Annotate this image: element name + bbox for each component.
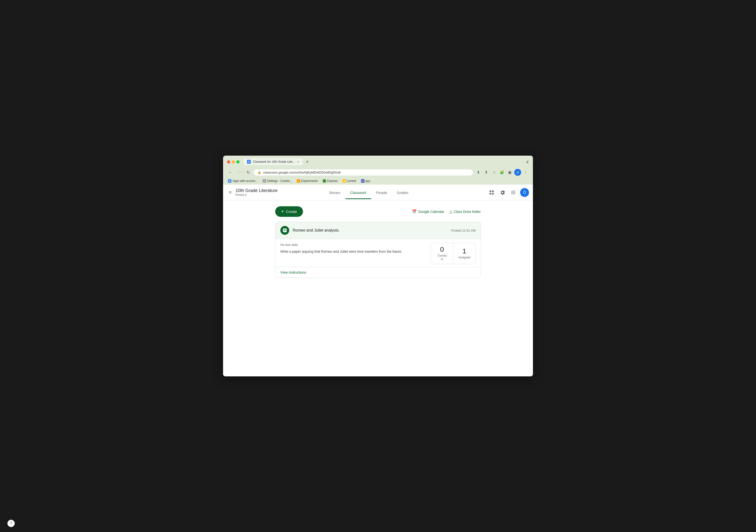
assignment-posted: Posted 11:51 AM <box>451 228 476 232</box>
svg-point-8 <box>513 192 514 193</box>
hamburger-menu-button[interactable]: ≡ <box>227 188 234 197</box>
svg-point-4 <box>512 191 513 192</box>
google-calendar-link[interactable]: 📅 Google Calendar <box>412 209 445 214</box>
calendar-link-label: Google Calendar <box>418 210 445 214</box>
card-body: No due date Write a paper arguing that R… <box>276 239 480 267</box>
class-drive-folder-link[interactable]: △ Class Drive folder <box>449 209 481 214</box>
tab-people[interactable]: People <box>371 186 392 199</box>
calendar-icon: 📅 <box>412 209 417 214</box>
bookmark-api-favicon: API <box>361 179 364 183</box>
address-bar-actions: ⬇ ⬆ ☆ 🧩 ▣ D ⋮ <box>475 169 529 176</box>
create-plus-icon: + <box>281 209 284 214</box>
sidebar-icon[interactable]: ▣ <box>506 169 513 176</box>
create-button[interactable]: + Create <box>275 206 303 217</box>
main-content: + Create 📅 Google Calendar △ Class Drive… <box>267 200 489 284</box>
url-text: classroom.google.com/u/0/w/NjEyMDI4ODIxM… <box>263 171 340 174</box>
app-logo-area: 10th Grade Literature Period 3 <box>236 188 278 197</box>
bookmark-api[interactable]: API gcp <box>360 179 371 183</box>
browser-menu-icon[interactable]: ⋮ <box>522 169 529 176</box>
bookmark-apps[interactable]: G Apps with access... <box>227 179 259 183</box>
assignment-card: Romeo and Juliet analysis. Posted 11:51 … <box>275 222 481 278</box>
new-tab-button[interactable]: + <box>304 158 311 166</box>
create-label: Create <box>286 209 297 214</box>
window-menu-button[interactable]: ∨ <box>526 159 529 165</box>
svg-point-5 <box>513 191 514 192</box>
bookmarks-bar: G Apps with access... ⚙ Settings - Cooki… <box>223 178 533 185</box>
assignment-description: Write a paper arguing that Romeo and Jul… <box>280 249 431 254</box>
top-actions: + Create 📅 Google Calendar △ Class Drive… <box>275 206 481 217</box>
bookmark-current-favicon: 📁 <box>342 179 346 183</box>
top-links: 📅 Google Calendar △ Class Drive folder <box>412 209 481 214</box>
forward-button[interactable]: → <box>236 169 243 176</box>
turned-in-count: 0 <box>436 246 448 253</box>
apps-icon[interactable] <box>508 188 518 198</box>
download-icon[interactable]: ⬇ <box>475 169 482 176</box>
card-stats: 0 Turned in 1 Assigned <box>431 243 476 264</box>
close-window-button[interactable] <box>227 160 230 164</box>
minimize-window-button[interactable] <box>232 160 235 164</box>
drive-icon: △ <box>449 209 452 214</box>
bookmark-apps-favicon: G <box>228 179 231 183</box>
bookmark-experiments[interactable]: ▲ Experiments <box>296 179 319 183</box>
svg-point-9 <box>514 192 515 193</box>
tab-favicon: C <box>247 160 251 164</box>
card-header-left: Romeo and Juliet analysis. <box>280 226 339 235</box>
svg-point-10 <box>512 193 513 194</box>
bookmark-apps-label: Apps with access... <box>232 179 258 183</box>
card-body-left: No due date Write a paper arguing that R… <box>280 243 431 254</box>
tab-classwork[interactable]: Classwork <box>345 186 371 199</box>
turned-in-stat: 0 Turned in <box>431 243 453 264</box>
browser-user-avatar[interactable]: D <box>514 169 521 176</box>
url-bar[interactable]: 🔒 classroom.google.com/u/0/w/NjEyMDI4ODI… <box>254 170 473 175</box>
address-bar: ← → ↻ 🔒 classroom.google.com/u/0/w/NjEyM… <box>223 168 533 178</box>
app-content: ≡ 10th Grade Literature Period 3 Stream … <box>223 185 533 376</box>
svg-rect-1 <box>492 190 494 192</box>
lock-icon: 🔒 <box>257 171 261 174</box>
star-icon[interactable]: ☆ <box>491 169 498 176</box>
back-button[interactable]: ← <box>227 169 234 176</box>
svg-point-11 <box>513 193 514 194</box>
tab-bar: C Classwork for 10th Grade Liter... × + … <box>243 158 529 166</box>
turned-in-label: Turned in <box>436 254 448 261</box>
drive-link-label: Class Drive folder <box>454 210 481 214</box>
bookmark-classes-label: Classes <box>327 179 338 183</box>
bookmark-classes[interactable]: 🎓 Classes <box>322 179 338 183</box>
extension-icon[interactable]: 🧩 <box>499 169 505 176</box>
tab-stream[interactable]: Stream <box>324 186 345 199</box>
svg-point-12 <box>514 193 515 194</box>
svg-point-7 <box>512 192 513 193</box>
assigned-label: Assigned <box>458 256 471 259</box>
refresh-button[interactable]: ↻ <box>245 169 252 176</box>
bookmark-current[interactable]: 📁 current <box>341 179 357 183</box>
window-controls <box>227 160 239 164</box>
assigned-count: 1 <box>458 248 471 255</box>
settings-icon[interactable] <box>498 188 507 198</box>
active-tab[interactable]: C Classwork for 10th Grade Liter... × <box>243 158 303 165</box>
app-title: 10th Grade Literature <box>236 188 278 193</box>
tab-title: Classwork for 10th Grade Liter... <box>253 160 295 164</box>
tab-close-button[interactable]: × <box>297 160 299 164</box>
maximize-window-button[interactable] <box>236 160 239 164</box>
bookmark-settings-favicon: ⚙ <box>263 179 266 183</box>
svg-rect-0 <box>490 190 491 192</box>
user-avatar[interactable]: D <box>520 188 529 197</box>
bookmark-experiments-favicon: ▲ <box>297 179 300 183</box>
card-header: Romeo and Juliet analysis. Posted 11:51 … <box>276 222 480 239</box>
header-actions: D <box>487 188 529 198</box>
bookmark-classes-favicon: 🎓 <box>323 179 326 183</box>
title-bar: C Classwork for 10th Grade Liter... × + … <box>223 156 533 168</box>
svg-point-6 <box>514 191 515 192</box>
bookmark-api-label: gcp <box>365 179 370 183</box>
bookmark-settings[interactable]: ⚙ Settings - Cookie... <box>262 179 293 183</box>
svg-rect-3 <box>492 193 494 194</box>
card-footer: View instructions <box>276 267 480 278</box>
view-instructions-link[interactable]: View instructions <box>280 270 306 274</box>
no-due-date: No due date <box>280 243 431 247</box>
grid-icon[interactable] <box>487 188 497 198</box>
assignment-icon <box>280 226 289 235</box>
share-icon[interactable]: ⬆ <box>483 169 490 176</box>
app-header: ≡ 10th Grade Literature Period 3 Stream … <box>223 185 533 200</box>
app-subtitle: Period 3 <box>236 193 278 197</box>
tab-grades[interactable]: Grades <box>392 186 414 199</box>
bookmark-experiments-label: Experiments <box>301 179 318 183</box>
